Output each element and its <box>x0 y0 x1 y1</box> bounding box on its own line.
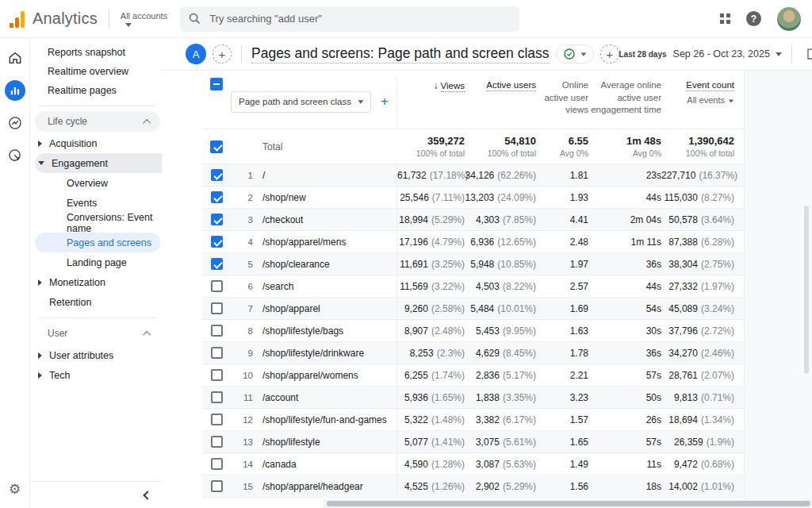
row-page-path: /shop/lifestyle/fun-and-games <box>255 409 397 430</box>
caret-down-icon <box>729 99 733 102</box>
row-rank: 9 <box>231 348 255 358</box>
row-checkbox[interactable] <box>211 325 223 337</box>
row-rank: 5 <box>231 260 255 269</box>
row-checkbox[interactable] <box>211 391 223 403</box>
caret-down-icon <box>776 52 782 56</box>
row-online-views: 1.81 <box>536 170 588 181</box>
row-active-users: 5,948(10.85%) <box>465 259 536 270</box>
sidebar-item-engagement[interactable]: Engagement <box>35 153 162 173</box>
row-online-views: 1.57 <box>536 414 588 425</box>
table-row: 5 /shop/clearance 11,691(3.25%) 5,948(10… <box>202 253 744 275</box>
notes-icon[interactable] <box>805 47 812 62</box>
row-views: 17,196(4.79%) <box>397 237 465 248</box>
report-title[interactable]: Pages and screens: Page path and screen … <box>251 45 550 64</box>
sidebar-item-realtime-pages[interactable]: Realtime pages <box>30 81 162 100</box>
chevron-up-icon <box>143 118 151 126</box>
table-row: 1 / 61,732(17.18%) 34,126(62.26%) 1.81 2… <box>202 164 744 187</box>
section-life-cycle[interactable]: Life cycle <box>35 111 160 132</box>
row-rank: 7 <box>231 304 255 314</box>
report-status-control[interactable] <box>556 44 594 64</box>
row-event-count: 34,270(2.46%) <box>661 348 744 359</box>
sidebar-item-overview[interactable]: Overview <box>30 173 162 193</box>
property-badge[interactable]: A <box>186 44 206 64</box>
row-checkbox[interactable] <box>211 302 223 314</box>
row-page-path: /shop/apparel/headgear <box>255 475 397 497</box>
account-switcher[interactable]: All accounts <box>121 11 167 27</box>
select-all-checkbox[interactable] <box>210 78 223 90</box>
sidebar-item-pages-and-screens[interactable]: Pages and screens <box>35 233 160 252</box>
sidebar-item-acquisition[interactable]: Acquisition <box>30 133 162 153</box>
row-checkbox[interactable] <box>211 414 223 425</box>
column-header-views[interactable]: ↓Views <box>397 78 465 93</box>
row-checkbox[interactable] <box>211 236 223 248</box>
sidebar-item-tech[interactable]: Tech <box>30 365 162 385</box>
add-report-button[interactable]: + <box>213 44 232 64</box>
search-input[interactable] <box>209 13 511 25</box>
row-views: 4,525(1.26%) <box>397 481 465 492</box>
search-bar[interactable] <box>180 6 519 32</box>
section-user[interactable]: User <box>35 323 160 344</box>
sidebar-item-user-attributes[interactable]: User attributes <box>30 345 162 365</box>
row-checkbox[interactable] <box>211 191 223 203</box>
sidebar-item-conversions[interactable]: Conversions: Event name <box>30 213 162 233</box>
column-header-event-count[interactable]: Event count All events <box>661 78 744 106</box>
row-online-views: 2.21 <box>536 370 588 381</box>
vertical-scrollbar[interactable] <box>804 206 809 374</box>
row-active-users: 13,203(24.09%) <box>465 192 536 203</box>
row-page-path: /shop/apparel <box>255 298 397 319</box>
sidebar-item-events[interactable]: Events <box>30 193 162 213</box>
apps-grid-icon[interactable] <box>720 13 730 24</box>
sidebar-item-landing-page[interactable]: Landing page <box>30 252 162 272</box>
chevron-up-icon <box>143 330 151 338</box>
row-checkbox[interactable] <box>211 436 223 448</box>
help-icon[interactable]: ? <box>746 11 761 26</box>
row-online-views: 2.48 <box>536 237 588 248</box>
reports-nav-icon[interactable] <box>5 80 25 101</box>
sidebar-item-monetization[interactable]: Monetization <box>30 272 162 292</box>
row-checkbox[interactable] <box>211 347 223 359</box>
event-filter-dropdown[interactable]: All events <box>661 94 734 106</box>
row-checkbox[interactable] <box>211 480 223 492</box>
horizontal-scrollbar[interactable] <box>327 501 810 506</box>
row-checkbox[interactable] <box>211 458 223 470</box>
admin-gear-icon[interactable]: ⚙ <box>9 481 21 497</box>
row-checkbox[interactable] <box>211 214 223 225</box>
row-checkbox[interactable] <box>211 369 223 381</box>
add-dimension-button[interactable]: + <box>381 94 389 110</box>
row-views: 25,546(7.11%) <box>397 192 465 203</box>
row-page-path: /checkout <box>255 209 397 230</box>
row-online-views: 1.63 <box>536 325 588 337</box>
advertising-nav-icon[interactable] <box>5 145 25 166</box>
home-nav-icon[interactable] <box>5 48 25 68</box>
row-views: 8,253(2.3%) <box>397 348 465 359</box>
row-active-users: 4,303(7.85%) <box>465 214 536 225</box>
sidebar-item-retention[interactable]: Retention <box>30 292 162 312</box>
table-row: 8 /shop/lifestyle/bags 8,907(2.48%) 5,45… <box>202 320 744 342</box>
table-row: 2 /shop/new 25,546(7.11%) 13,203(24.09%)… <box>202 187 744 209</box>
table-row: 7 /shop/apparel 9,260(2.58%) 5,484(10.01… <box>202 298 744 320</box>
collapse-sidebar-icon[interactable] <box>143 491 151 499</box>
row-engagement-time: 44s <box>588 192 661 203</box>
total-checkbox[interactable] <box>210 140 223 153</box>
row-checkbox[interactable] <box>211 280 223 292</box>
column-header-online-active-user-views[interactable]: Online active user views <box>536 78 588 117</box>
explore-nav-icon[interactable] <box>5 113 25 133</box>
dimension-selector[interactable]: Page path and screen class <box>231 91 371 113</box>
total-label: Total <box>255 141 397 152</box>
column-header-avg-engagement-time[interactable]: Average online active user engagement ti… <box>588 78 661 117</box>
row-rank: 2 <box>231 193 255 202</box>
avatar[interactable] <box>777 7 801 31</box>
date-range-value[interactable]: Sep 26 - Oct 23, 2025 <box>673 48 770 60</box>
table-row: 6 /search 11,569(3.22%) 4,503(8.22%) 2.5… <box>202 275 744 298</box>
sidebar-item-realtime-overview[interactable]: Realtime overview <box>30 62 162 81</box>
row-event-count: 9,813(0.71%) <box>661 392 744 403</box>
row-checkbox[interactable] <box>211 258 223 270</box>
row-page-path: /shop/lifestyle <box>255 431 397 452</box>
table-filler <box>744 71 812 499</box>
sidebar-item-reports-snapshot[interactable]: Reports snapshot <box>30 43 162 62</box>
row-checkbox[interactable] <box>211 169 223 181</box>
row-rank: 8 <box>231 326 255 336</box>
row-online-views: 1.56 <box>536 481 588 492</box>
add-card-button[interactable]: + <box>600 44 619 64</box>
column-header-active-users[interactable]: Active users <box>465 78 536 92</box>
